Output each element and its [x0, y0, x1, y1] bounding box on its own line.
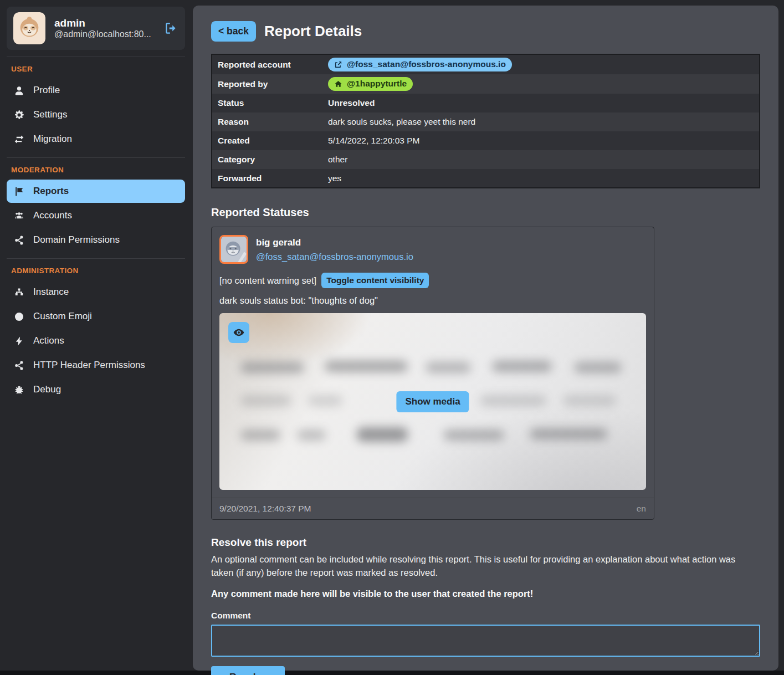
status-author-handle[interactable]: @foss_satan@fossbros-anonymous.io [256, 252, 413, 262]
sidebar-item-domain-permissions[interactable]: Domain Permissions [7, 228, 185, 252]
sign-out-icon[interactable] [164, 21, 178, 35]
status-header: big gerald @foss_satan@fossbros-anonymou… [219, 235, 646, 264]
sidebar-item-label: Debug [33, 384, 61, 395]
row-label: Forwarded [212, 169, 322, 188]
sidebar-section-user: USER Profile Settings Migration [7, 57, 185, 151]
sidebar: admin @admin@localhost:80... USER Profil… [0, 0, 193, 671]
share-nodes-icon [13, 360, 25, 371]
table-row: Status Unresolved [212, 94, 760, 113]
admin-avatar [13, 12, 45, 44]
section-header-moderation: MODERATION [7, 158, 185, 178]
resolve-description: An optional comment can be included whil… [211, 553, 760, 580]
row-label: Reported account [212, 54, 322, 74]
bug-icon [13, 384, 25, 395]
reported-status-card: big gerald @foss_satan@fossbros-anonymou… [211, 227, 654, 520]
created-value: 5/14/2022, 12:20:03 PM [322, 131, 760, 150]
comment-label: Comment [211, 611, 760, 621]
show-media-button[interactable]: Show media [396, 391, 469, 412]
table-row: Category other [212, 150, 760, 169]
sidebar-item-actions[interactable]: Actions [7, 329, 185, 352]
row-label: Category [212, 150, 322, 169]
row-label: Status [212, 94, 322, 113]
user-icon [13, 85, 25, 96]
media-blur-blob [480, 395, 546, 406]
media-blur-blob [426, 362, 471, 373]
sidebar-item-debug[interactable]: Debug [7, 378, 185, 401]
sidebar-item-label: Accounts [33, 210, 72, 221]
sidebar-item-migration[interactable]: Migration [7, 127, 185, 151]
eye-icon [233, 326, 245, 339]
comment-textarea[interactable] [211, 625, 760, 657]
reported-account-pill[interactable]: @foss_satan@fossbros-anonymous.io [328, 58, 512, 71]
category-value: other [322, 150, 760, 169]
reported-account-handle: @foss_satan@fossbros-anonymous.io [347, 59, 506, 69]
sidebar-item-label: Domain Permissions [33, 234, 120, 246]
back-button[interactable]: < back [211, 21, 256, 42]
status-footer: 9/20/2021, 12:40:37 PM en [212, 498, 654, 519]
resolve-report-section: Resolve this report An optional comment … [211, 536, 760, 675]
gears-icon [13, 109, 25, 120]
status-text: dark souls status bot: "thoughts of dog" [219, 295, 646, 306]
media-blur-blob [443, 429, 504, 441]
media-blur-blob [563, 395, 616, 406]
media-sensitive-eye-button[interactable] [228, 322, 249, 343]
sidebar-item-reports[interactable]: Reports [7, 180, 185, 203]
sidebar-item-settings[interactable]: Settings [7, 103, 185, 126]
resolve-warning: Any comment made here will be visible to… [211, 587, 760, 601]
table-row: Forwarded yes [212, 169, 760, 188]
report-details-table: Reported account @foss_satan@fossbros-an… [211, 54, 760, 188]
bolt-icon [13, 335, 25, 346]
app-window: admin @admin@localhost:80... USER Profil… [0, 0, 784, 671]
row-label: Reported by [212, 74, 322, 94]
sidebar-item-label: HTTP Header Permissions [33, 360, 145, 371]
media-blur-blob [240, 429, 280, 441]
section-header-administration: ADMINISTRATION [7, 259, 185, 279]
resolve-button[interactable]: Resolve [211, 666, 285, 675]
sidebar-item-profile[interactable]: Profile [7, 79, 185, 102]
sidebar-item-http-header-permissions[interactable]: HTTP Header Permissions [7, 354, 185, 377]
users-icon [13, 210, 25, 221]
table-row: Created 5/14/2022, 12:20:03 PM [212, 131, 760, 150]
sidebar-section-moderation: MODERATION Reports Accounts Domain Permi… [7, 157, 185, 252]
sidebar-section-administration: ADMINISTRATION Instance Custom Emoji Act… [7, 258, 185, 401]
panel-header: < back Report Details [211, 21, 760, 42]
toggle-content-visibility-button[interactable]: Toggle content visibility [321, 273, 429, 288]
media-blur-blob [308, 395, 342, 406]
status-author-display-name: big gerald [256, 237, 413, 248]
table-row: Reported account @foss_satan@fossbros-an… [212, 54, 760, 74]
status-timestamp: 9/20/2021, 12:40:37 PM [219, 504, 311, 514]
table-row: Reason dark souls sucks, please yeet thi… [212, 113, 760, 131]
sidebar-item-label: Migration [33, 134, 72, 145]
media-blur-blob [297, 429, 326, 441]
sidebar-item-accounts[interactable]: Accounts [7, 204, 185, 227]
sidebar-item-label: Custom Emoji [33, 311, 92, 322]
media-blur-blob [325, 361, 408, 372]
user-meta: admin @admin@localhost:80... [54, 17, 155, 39]
reason-value: dark souls sucks, please yeet this nerd [322, 113, 760, 131]
media-blur-blob [574, 362, 622, 373]
sidebar-item-label: Settings [33, 109, 67, 120]
report-details-panel: < back Report Details Reported account @… [193, 6, 778, 671]
blurred-media-attachment: Show media [219, 313, 646, 490]
share-nodes-icon [13, 234, 25, 246]
home-icon [334, 80, 342, 88]
sidebar-item-label: Actions [33, 335, 64, 346]
resolve-heading: Resolve this report [211, 536, 760, 549]
reported-by-pill[interactable]: @1happyturtle [328, 77, 413, 91]
status-value: Unresolved [322, 94, 760, 113]
media-blur-blob [530, 428, 607, 439]
status-author: big gerald @foss_satan@fossbros-anonymou… [256, 237, 413, 262]
external-link-icon [334, 60, 342, 69]
section-header-user: USER [7, 57, 185, 78]
sidebar-item-custom-emoji[interactable]: Custom Emoji [7, 305, 185, 328]
flag-icon [13, 186, 25, 197]
sidebar-item-label: Instance [33, 287, 69, 298]
reported-statuses-heading: Reported Statuses [211, 206, 760, 219]
sitemap-icon [13, 287, 25, 298]
user-card[interactable]: admin @admin@localhost:80... [7, 7, 185, 50]
media-blur-blob [492, 361, 552, 372]
sidebar-item-label: Profile [33, 85, 60, 96]
forwarded-value: yes [322, 169, 760, 188]
status-language: en [637, 504, 646, 514]
sidebar-item-instance[interactable]: Instance [7, 280, 185, 304]
